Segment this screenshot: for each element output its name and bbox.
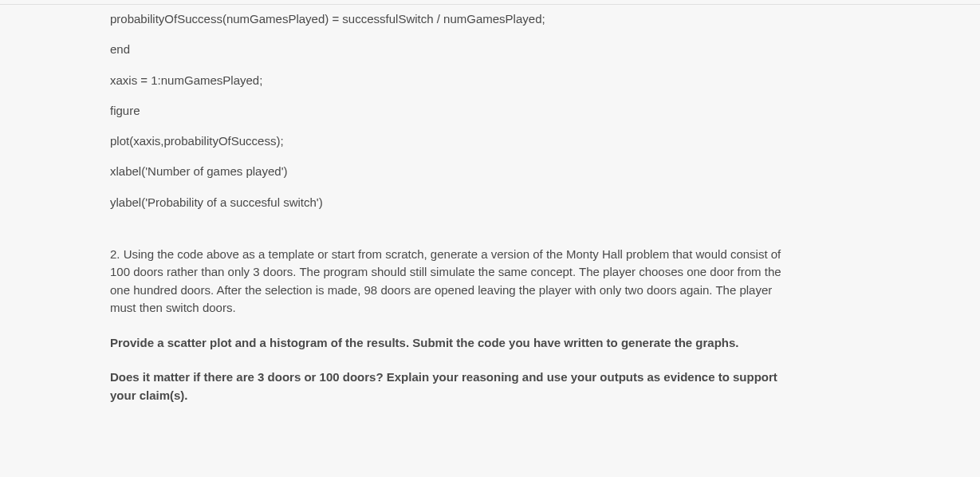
code-line: figure <box>110 103 796 119</box>
question-instruction-2: Does it matter if there are 3 doors or 1… <box>110 368 796 405</box>
code-line: ylabel('Probability of a succesful switc… <box>110 195 796 211</box>
code-line: xlabel('Number of games played') <box>110 164 796 179</box>
code-line: plot(xaxis,probabilityOfSuccess); <box>110 133 796 149</box>
code-line: probabilityOfSuccess(numGamesPlayed) = s… <box>110 11 796 27</box>
question-intro: 2. Using the code above as a template or… <box>110 246 796 317</box>
code-line: xaxis = 1:numGamesPlayed; <box>110 73 796 89</box>
question-instruction-1: Provide a scatter plot and a histogram o… <box>110 333 796 352</box>
document-content: probabilityOfSuccess(numGamesPlayed) = s… <box>110 0 796 405</box>
code-line: end <box>110 41 796 57</box>
